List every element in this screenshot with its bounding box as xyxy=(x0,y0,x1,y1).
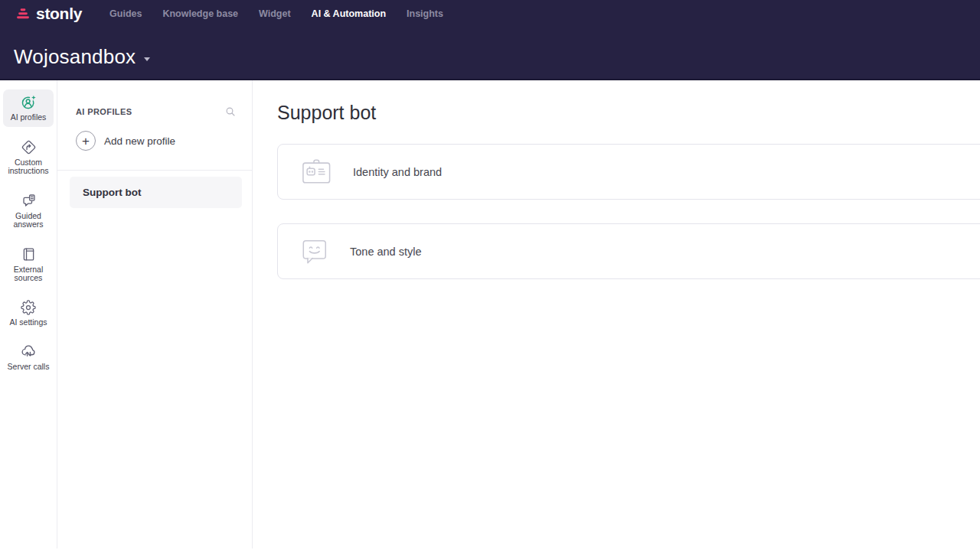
module-sidebar: AI profiles Custom instructions Guided a… xyxy=(0,80,57,548)
settings-cards: Identity and brand Tone and style xyxy=(277,144,980,279)
sidebar-item-guided-answers[interactable]: Guided answers xyxy=(3,188,54,234)
plus-icon: + xyxy=(76,131,96,151)
main-nav: Guides Knowledge base Widget AI & Automa… xyxy=(109,8,443,19)
app-body: AI profiles Custom instructions Guided a… xyxy=(0,80,980,548)
panel-header: AI PROFILES xyxy=(57,80,252,118)
ai-profiles-icon xyxy=(21,94,37,110)
nav-item-knowledge-base[interactable]: Knowledge base xyxy=(162,8,238,19)
sidebar-item-custom-instructions[interactable]: Custom instructions xyxy=(3,135,54,181)
sidebar-item-label: Server calls xyxy=(8,363,50,372)
ai-profiles-panel: AI PROFILES + Add new profile Support bo… xyxy=(57,80,253,548)
panel-divider xyxy=(57,170,252,171)
guided-answers-icon xyxy=(21,193,37,209)
sidebar-item-label: Custom instructions xyxy=(5,158,52,176)
sidebar-item-label: AI settings xyxy=(9,318,47,327)
sidebar-item-external-sources[interactable]: External sources xyxy=(3,242,54,288)
workspace-name: Wojosandbox xyxy=(14,45,136,69)
sidebar-item-label: Guided answers xyxy=(5,212,52,229)
caret-down-icon xyxy=(144,57,150,61)
top-nav-bar: stonly Guides Knowledge base Widget AI &… xyxy=(0,0,980,28)
sidebar-item-label: External sources xyxy=(5,265,52,283)
panel-title: AI PROFILES xyxy=(76,107,132,116)
page-title: Support bot xyxy=(277,101,980,124)
main-content: Support bot Identity and brand xyxy=(253,80,980,548)
add-new-profile-label: Add new profile xyxy=(104,135,175,147)
search-icon[interactable] xyxy=(224,106,237,118)
ukraine-flag-icon xyxy=(86,2,96,8)
stonly-dots-logo-icon xyxy=(15,6,31,21)
external-sources-icon xyxy=(21,246,37,262)
server-calls-icon xyxy=(21,343,37,360)
profile-list-item-support-bot[interactable]: Support bot xyxy=(70,177,242,208)
sidebar-item-ai-settings[interactable]: AI settings xyxy=(3,295,54,332)
nav-item-insights[interactable]: Insights xyxy=(407,8,443,19)
tone-and-style-card[interactable]: Tone and style xyxy=(277,223,980,279)
ai-settings-icon xyxy=(21,300,36,315)
nav-item-widget[interactable]: Widget xyxy=(259,8,291,19)
add-new-profile-button[interactable]: + Add new profile xyxy=(57,131,252,151)
sidebar-item-label: AI profiles xyxy=(11,113,47,122)
nav-item-ai-automation[interactable]: AI & Automation xyxy=(312,8,386,19)
identity-badge-icon xyxy=(300,158,332,187)
card-label: Identity and brand xyxy=(353,166,442,178)
app-window: stonly Guides Knowledge base Widget AI &… xyxy=(0,0,980,550)
card-label: Tone and style xyxy=(350,246,422,258)
tone-smiley-icon xyxy=(300,236,329,267)
brand-name: stonly xyxy=(36,5,82,23)
nav-item-guides[interactable]: Guides xyxy=(109,8,142,19)
sidebar-item-ai-profiles[interactable]: AI profiles xyxy=(3,89,54,127)
workspace-switcher[interactable]: Wojosandbox xyxy=(0,28,980,79)
stonly-logo[interactable]: stonly xyxy=(15,5,97,23)
app-header: stonly Guides Knowledge base Widget AI &… xyxy=(0,0,980,80)
sidebar-item-server-calls[interactable]: Server calls xyxy=(3,339,54,376)
identity-and-brand-card[interactable]: Identity and brand xyxy=(277,144,980,200)
custom-instructions-icon xyxy=(21,139,37,155)
